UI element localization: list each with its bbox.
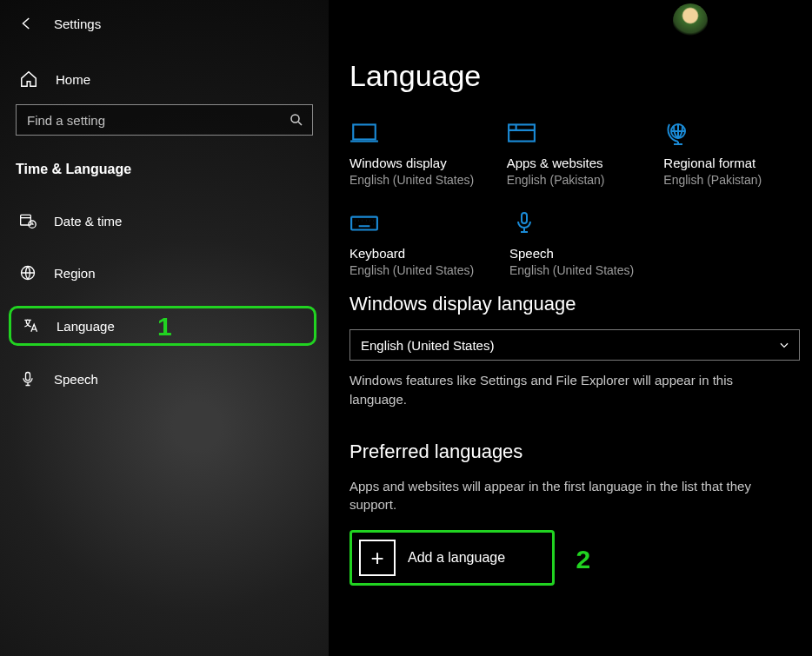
preferred-languages-heading: Preferred languages [349,441,791,463]
tile-apps-websites[interactable]: Apps & websites English (Pakistan) [507,121,635,187]
microphone-icon [509,211,640,235]
svg-rect-8 [351,217,377,230]
svg-rect-5 [353,124,376,139]
calendar-clock-icon [19,212,37,229]
dropdown-value: English (United States) [361,338,494,353]
titlebar: Settings [0,16,329,31]
sidebar-item-label: Speech [54,372,98,387]
tile-row: Windows display English (United States) … [349,121,791,187]
globe-stand-icon [663,121,791,145]
settings-content: Language Windows display English (United… [329,0,812,656]
sidebar-item-region[interactable]: Region [0,254,329,292]
display-language-dropdown[interactable]: English (United States) [349,329,800,361]
tile-speech[interactable]: Speech English (United States) [509,211,640,277]
chevron-down-icon [778,339,790,351]
tile-sub: English (Pakistan) [663,173,791,187]
section-heading: Time & Language [0,162,329,177]
tile-title: Keyboard [349,246,480,261]
sidebar-item-label: Date & time [54,214,122,229]
home-label: Home [56,72,90,87]
avatar[interactable] [673,3,708,38]
svg-rect-9 [522,213,527,223]
globe-icon [19,264,37,282]
laptop-icon [349,121,477,145]
app-title: Settings [54,17,101,31]
search-input[interactable] [16,104,313,136]
tile-title: Speech [509,246,640,261]
microphone-icon [19,370,37,388]
sidebar-item-date-time[interactable]: Date & time [0,202,329,240]
tile-regional-format[interactable]: Regional format English (Pakistan) [663,121,791,187]
tile-title: Windows display [349,156,477,170]
windows-display-language-heading: Windows display language [349,293,791,315]
sidebar-item-label: Region [54,266,96,281]
back-icon[interactable] [19,16,35,31]
language-icon [22,317,39,335]
tile-sub: English (United States) [349,173,477,187]
sidebar-item-speech[interactable]: Speech [0,360,329,398]
add-language-button[interactable]: + Add a language 2 [349,530,555,586]
sidebar-item-language[interactable]: Language 1 [9,306,316,346]
svg-rect-6 [509,124,535,141]
tile-keyboard[interactable]: Keyboard English (United States) [349,211,480,277]
svg-point-0 [291,115,299,123]
home-icon [19,70,38,89]
tile-row: Keyboard English (United States) Speech … [349,211,791,277]
display-language-description: Windows features like Settings and File … [349,371,784,409]
sidebar-item-label: Language [57,319,115,334]
page-title: Language [349,59,791,93]
home-button[interactable]: Home [0,63,329,96]
tile-title: Regional format [663,156,791,170]
tile-title: Apps & websites [507,156,635,170]
callout-badge-2: 2 [576,545,590,574]
browser-icon [507,121,635,145]
tile-sub: English (United States) [509,263,640,277]
tile-sub: English (Pakistan) [507,173,635,187]
preferred-languages-description: Apps and websites will appear in the fir… [349,477,784,515]
tile-sub: English (United States) [349,263,480,277]
tile-windows-display[interactable]: Windows display English (United States) [349,121,477,187]
callout-badge-1: 1 [157,312,172,341]
keyboard-icon [349,211,480,235]
svg-rect-4 [26,373,30,381]
plus-icon: + [359,540,396,576]
add-language-label: Add a language [408,550,505,566]
settings-sidebar: Settings Home Time & Language Date & tim… [0,0,329,656]
search-container [16,104,313,136]
